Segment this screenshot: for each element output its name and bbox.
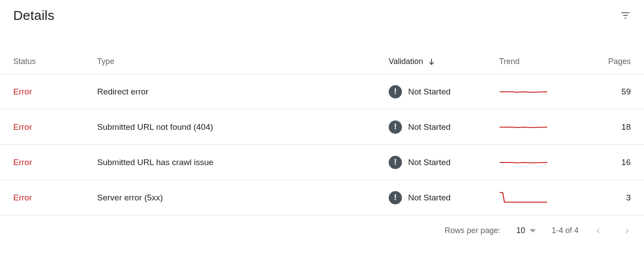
rows-per-page-label: Rows per page: — [445, 226, 500, 235]
rows-per-page-value: 10 — [516, 226, 525, 235]
validation-text: Not Started — [408, 193, 451, 203]
prev-page-button[interactable] — [595, 227, 602, 234]
table-row[interactable]: Error Server error (5xx) ! Not Started 3 — [0, 180, 644, 215]
panel-header: Details — [0, 0, 644, 23]
table-row[interactable]: Error Submitted URL has crawl issue ! No… — [0, 145, 644, 180]
validation-cell: ! Not Started — [389, 156, 499, 169]
validation-text: Not Started — [408, 158, 451, 167]
details-table: Status Type Validation Trend Pages Error… — [0, 49, 644, 215]
dropdown-triangle-icon — [530, 229, 536, 233]
pages-cell: 3 — [579, 193, 631, 203]
pages-cell: 59 — [579, 87, 631, 97]
trend-cell — [499, 119, 579, 135]
type-cell: Server error (5xx) — [97, 193, 389, 203]
col-validation-header[interactable]: Validation — [389, 57, 499, 66]
validation-cell: ! Not Started — [389, 121, 499, 134]
status-cell: Error — [13, 87, 97, 97]
col-trend-header[interactable]: Trend — [499, 57, 579, 66]
exclamation-icon: ! — [389, 191, 402, 204]
table-row[interactable]: Error Submitted URL not found (404) ! No… — [0, 109, 644, 145]
validation-text: Not Started — [408, 87, 451, 97]
table-row[interactable]: Error Redirect error ! Not Started 59 — [0, 74, 644, 109]
pages-cell: 18 — [579, 122, 631, 132]
pagination-controls — [595, 227, 631, 234]
filter-icon[interactable] — [620, 10, 631, 21]
exclamation-icon: ! — [389, 121, 402, 134]
trend-cell — [499, 190, 579, 206]
trend-cell — [499, 84, 579, 100]
col-validation-label: Validation — [389, 57, 423, 66]
col-status-header[interactable]: Status — [13, 57, 97, 66]
exclamation-icon: ! — [389, 85, 402, 98]
panel-title: Details — [13, 8, 54, 23]
type-cell: Submitted URL has crawl issue — [97, 158, 389, 167]
exclamation-icon: ! — [389, 156, 402, 169]
details-panel: Details Status Type Validation — [0, 0, 644, 235]
next-page-button[interactable] — [624, 227, 631, 234]
status-cell: Error — [13, 193, 97, 203]
status-cell: Error — [13, 158, 97, 167]
validation-cell: ! Not Started — [389, 191, 499, 204]
col-pages-header[interactable]: Pages — [579, 57, 631, 66]
validation-text: Not Started — [408, 122, 451, 132]
type-cell: Redirect error — [97, 87, 389, 97]
table-header-row: Status Type Validation Trend Pages — [0, 49, 644, 74]
type-cell: Submitted URL not found (404) — [97, 122, 389, 132]
table-footer: Rows per page: 10 1-4 of 4 — [0, 215, 644, 235]
col-type-header[interactable]: Type — [97, 57, 389, 66]
pages-cell: 16 — [579, 158, 631, 167]
status-cell: Error — [13, 122, 97, 132]
sort-desc-icon — [428, 58, 436, 66]
validation-cell: ! Not Started — [389, 85, 499, 98]
pagination-range: 1-4 of 4 — [552, 226, 579, 235]
trend-cell — [499, 154, 579, 170]
rows-per-page-select[interactable]: 10 — [516, 226, 536, 235]
